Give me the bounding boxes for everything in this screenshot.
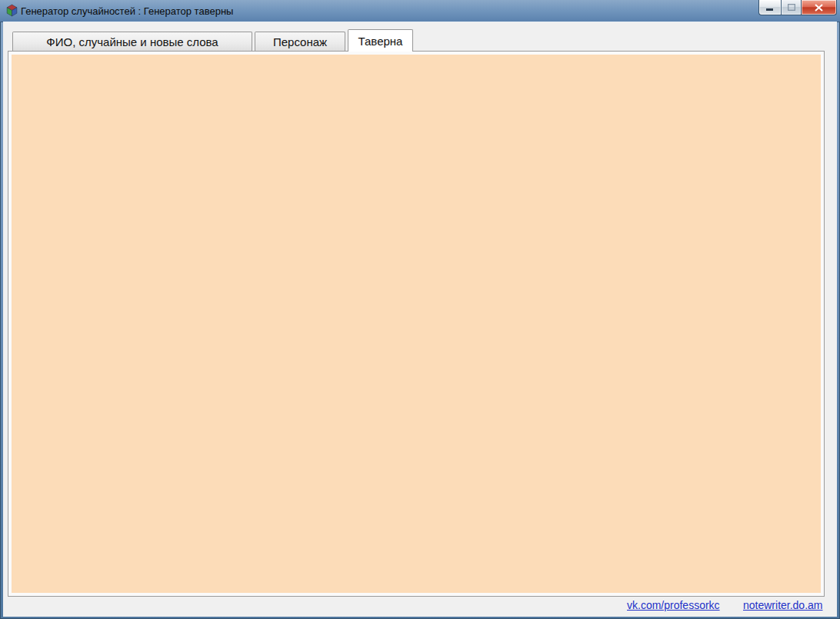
app-window: Генератор случайностей : Генератор тавер… (0, 0, 840, 619)
window-title: Генератор случайностей : Генератор тавер… (21, 5, 233, 17)
minimize-icon (766, 4, 774, 11)
close-button[interactable] (801, 0, 837, 15)
tab-label: Таверна (358, 35, 403, 48)
tab-label: Персонаж (273, 35, 327, 48)
app-cube-icon (5, 4, 18, 17)
maximize-button[interactable] (781, 0, 801, 15)
minimize-button[interactable] (758, 0, 781, 15)
tab-tavern[interactable]: Таверна (348, 29, 413, 52)
close-icon (815, 4, 823, 12)
title-bar: Генератор случайностей : Генератор тавер… (0, 0, 840, 22)
maximize-icon (788, 4, 795, 11)
notewriter-link[interactable]: notewriter.do.am (743, 599, 823, 611)
tab-character[interactable]: Персонаж (255, 32, 345, 52)
vk-link[interactable]: vk.com/professorkc (627, 599, 720, 611)
tavern-tab-panel (8, 51, 825, 597)
tab-names-words[interactable]: ФИО, случайные и новые слова (12, 32, 252, 52)
tab-label: ФИО, случайные и новые слова (46, 35, 218, 48)
window-controls (758, 0, 837, 15)
